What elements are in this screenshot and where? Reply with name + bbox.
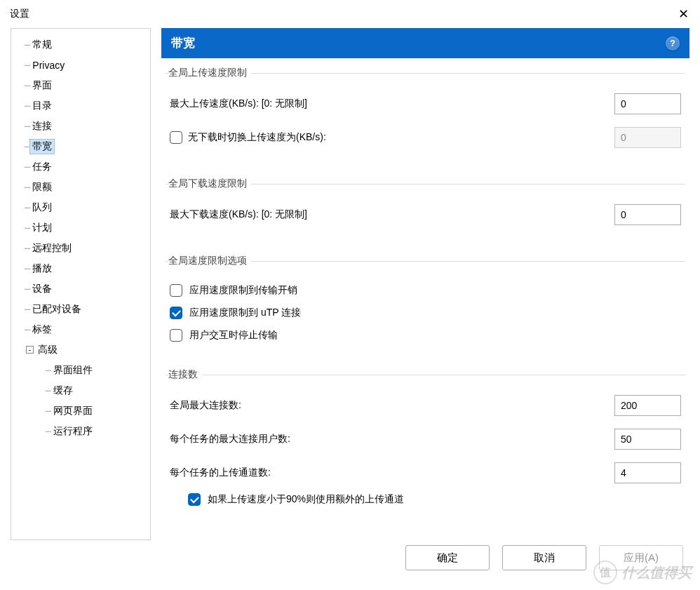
tree-branch-icon: ┈ (46, 385, 51, 396)
tree-item[interactable]: ┈缓存 (14, 380, 147, 401)
tree-item-label: 远程控制 (29, 241, 74, 256)
tree-branch-icon (14, 80, 25, 91)
tree-item-label: 常规 (29, 37, 55, 53)
tree-branch-icon: ┈ (46, 426, 51, 437)
apply-utp-checkbox[interactable] (170, 307, 182, 319)
tree-item-label: 播放 (29, 261, 55, 276)
tree-item[interactable]: ┈设备 (14, 279, 147, 299)
tree-branch-icon (14, 243, 25, 254)
tree-branch-icon (14, 405, 46, 417)
alt-upload-checkbox[interactable] (170, 131, 182, 144)
tree-item[interactable]: ┈播放 (14, 258, 147, 279)
tree-branch-icon: ┈ (25, 141, 29, 152)
pertask-conn-input[interactable] (614, 429, 681, 450)
global-conn-label: 全局最大连接数: (170, 399, 241, 412)
apply-overhead-checkbox[interactable] (170, 284, 182, 297)
max-upload-input[interactable] (614, 93, 681, 114)
tree-branch-icon (14, 365, 46, 376)
alt-upload-label: 无下载时切换上传速度为(KB/s): (188, 131, 326, 144)
window-title: 设置 (10, 8, 29, 20)
tree-branch-icon (14, 304, 25, 315)
tree-item[interactable]: ┈常规 (14, 34, 147, 55)
tree-item-label: 网页界面 (51, 403, 95, 419)
tree-item-label: Privacy (29, 58, 67, 72)
tree-branch-icon (14, 426, 46, 437)
download-limit-group: 全局下载速度限制 最大下载速度(KB/s): [0: 无限制] (166, 177, 685, 242)
help-icon[interactable]: ? (666, 36, 680, 51)
tree-branch-icon: ┈ (25, 263, 29, 274)
tree-branch-icon: ┈ (25, 324, 29, 335)
stop-on-interaction-checkbox[interactable] (170, 329, 182, 342)
tree-item[interactable]: ┈计划 (14, 217, 147, 238)
tree-branch-icon: ┈ (46, 365, 51, 376)
dialog-buttons: 确定 取消 应用(A) (405, 545, 683, 570)
cancel-button[interactable]: 取消 (502, 545, 586, 570)
tree-item-label: 界面 (29, 78, 55, 93)
tree-branch-icon: ┈ (25, 243, 29, 254)
tree-item-label: 计划 (29, 220, 55, 236)
connections-legend: 连接数 (168, 368, 202, 381)
tree-item-label: 任务 (29, 159, 55, 175)
tree-item-label: 带宽 (29, 139, 55, 154)
panel-title: 带宽 (171, 35, 195, 51)
tree-branch-icon (14, 324, 25, 335)
tree-item[interactable]: ┈限额 (14, 177, 147, 197)
tree-item-label: 缓存 (51, 383, 76, 398)
tree-branch-icon: ┈ (25, 100, 29, 112)
download-limit-legend: 全局下载速度限制 (168, 177, 251, 190)
tree-item[interactable]: ┈标签 (14, 319, 147, 340)
tree-branch-icon (14, 385, 46, 396)
tree-item[interactable]: ┈界面组件 (14, 360, 147, 380)
tree-item-label: 高级 (35, 342, 60, 358)
alt-upload-input (614, 127, 681, 148)
tree-branch-icon (14, 182, 25, 193)
extra-slots-checkbox[interactable] (188, 493, 201, 506)
tree-branch-icon (14, 263, 25, 274)
tree-branch-icon: ┈ (25, 80, 29, 91)
tree-item[interactable]: ┈Privacy (14, 55, 147, 75)
tree-item-label: 队列 (29, 200, 55, 215)
tree-branch-icon: ┈ (25, 222, 29, 234)
tree-branch-icon: ┈ (25, 304, 29, 315)
tree-item-label: 已配对设备 (29, 302, 84, 317)
tree-item[interactable]: ┈任务 (14, 156, 147, 177)
tree-branch-icon (14, 60, 25, 71)
tree-branch-icon (14, 283, 25, 295)
pertask-conn-label: 每个任务的最大连接用户数: (170, 433, 290, 445)
max-download-label: 最大下载速度(KB/s): [0: 无限制] (170, 208, 307, 221)
close-icon[interactable]: ✕ (676, 6, 690, 22)
tree-item[interactable]: ┈队列 (14, 197, 147, 217)
max-download-input[interactable] (614, 204, 681, 225)
tree-item[interactable]: -高级 (14, 340, 147, 360)
tree-branch-icon (14, 141, 25, 152)
ok-button[interactable]: 确定 (405, 545, 490, 570)
upload-limit-group: 全局上传速度限制 最大上传速度(KB/s): [0: 无限制] 无下载时切换上传… (166, 67, 685, 165)
tree-item-label: 运行程序 (51, 424, 95, 439)
tree-item[interactable]: ┈已配对设备 (14, 299, 147, 319)
tree-item[interactable]: ┈连接 (14, 116, 147, 136)
tree-item[interactable]: ┈运行程序 (14, 421, 147, 441)
global-conn-input[interactable] (614, 395, 681, 416)
tree-branch-icon: ┈ (46, 405, 51, 417)
tree-item[interactable]: ┈界面 (14, 75, 147, 95)
tree-branch-icon: ┈ (25, 202, 29, 213)
tree-item[interactable]: ┈目录 (14, 95, 147, 116)
tree-branch-icon: ┈ (25, 39, 29, 51)
tree-item-label: 标签 (29, 322, 55, 337)
max-upload-label: 最大上传速度(KB/s): [0: 无限制] (170, 98, 307, 110)
settings-panel: 带宽 ? 全局上传速度限制 最大上传速度(KB/s): [0: 无限制] 无下载… (161, 28, 689, 540)
apply-button[interactable]: 应用(A) (599, 545, 683, 570)
upload-limit-legend: 全局上传速度限制 (168, 67, 251, 79)
rate-options-legend: 全局速度限制选项 (168, 255, 251, 267)
tree-branch-icon (14, 202, 25, 213)
tree-item[interactable]: ┈带宽 (14, 136, 147, 156)
upload-slots-input[interactable] (614, 462, 681, 483)
upload-slots-label: 每个任务的上传通道数: (170, 467, 271, 479)
settings-tree: ┈常规 ┈Privacy ┈界面 ┈目录 ┈连接 ┈带宽 ┈任务 ┈限额 ┈队列… (11, 28, 151, 540)
tree-branch-icon: ┈ (25, 60, 29, 71)
extra-slots-label: 如果上传速度小于90%则使用额外的上传通道 (208, 493, 404, 506)
apply-overhead-label: 应用速度限制到传输开销 (189, 284, 297, 297)
tree-item[interactable]: ┈网页界面 (14, 401, 147, 421)
tree-item[interactable]: ┈远程控制 (14, 238, 147, 258)
tree-expander-icon[interactable]: - (26, 346, 34, 354)
